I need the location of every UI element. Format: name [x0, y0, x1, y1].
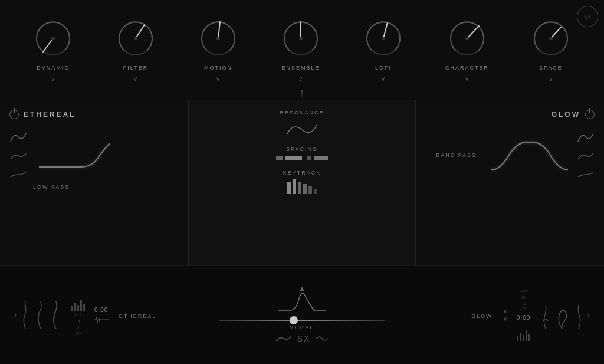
- ethereal-power-button[interactable]: [9, 110, 19, 119]
- glow-filter-btn-3[interactable]: [577, 166, 595, 179]
- glow-filter-display: BAND PASS: [425, 131, 595, 179]
- ethereal-title: ETHEREAL: [24, 110, 76, 119]
- morph-section: MORPH SX: [196, 287, 408, 343]
- knob-dynamic[interactable]: [32, 18, 74, 59]
- ethereal-section-label: ETHEREAL: [119, 310, 157, 320]
- glow-vu-bar-3: [523, 335, 524, 341]
- nav-right-arrow[interactable]: ›: [585, 308, 592, 322]
- knob-lofi-label: LOFI: [375, 65, 392, 71]
- morph-slider[interactable]: [219, 320, 385, 321]
- svg-point-20: [549, 37, 553, 40]
- knob-filter[interactable]: [115, 18, 156, 59]
- synth-logo-text: SX: [297, 334, 311, 343]
- vu-bar-5: [83, 304, 85, 311]
- keytrack-bar-3: [298, 182, 301, 194]
- morph-handle[interactable]: [290, 316, 298, 324]
- arrow-down-icon[interactable]: ∨: [503, 316, 507, 322]
- db-level-4: -12: [75, 331, 81, 337]
- db-level-3: -1: [76, 325, 80, 331]
- spacing-block-2: [285, 156, 302, 160]
- knob-lofi[interactable]: [363, 18, 404, 59]
- glow-filter-controls: [577, 131, 595, 179]
- svg-line-1: [43, 38, 53, 52]
- glow-sample-wave-1[interactable]: [540, 300, 552, 330]
- glow-vu-bar-2: [520, 333, 521, 341]
- glow-sample-wave-3[interactable]: [573, 300, 585, 330]
- spacing-block-1: [276, 156, 283, 160]
- glow-filter-btn-1[interactable]: [577, 131, 595, 144]
- knob-ensemble-arrow[interactable]: ∨: [298, 76, 303, 82]
- filter-btn-3[interactable]: [9, 166, 27, 179]
- svg-point-2: [51, 37, 55, 40]
- knob-space-label: SPACE: [539, 65, 563, 71]
- resonance-label: RESONANCE: [280, 110, 324, 116]
- knob-lofi-arrow[interactable]: ∨: [381, 76, 385, 82]
- svg-point-17: [465, 37, 469, 40]
- svg-point-8: [216, 37, 220, 40]
- knob-group-motion: MOTION ∨: [198, 18, 239, 82]
- ethereal-samples: [19, 300, 62, 330]
- knob-character-arrow[interactable]: ∨: [465, 76, 469, 82]
- svg-line-4: [136, 25, 145, 38]
- filter-btn-1[interactable]: [9, 131, 27, 144]
- ethereal-bottom-controls: +12 +1 -1 -12: [71, 293, 85, 336]
- db-level-2: +1: [76, 319, 80, 325]
- vu-bar-3: [77, 305, 79, 311]
- glow-section-label: GLOW: [471, 310, 493, 320]
- svg-point-14: [382, 37, 385, 40]
- glow-vu-bar-1: [517, 336, 518, 341]
- svg-line-19: [551, 27, 561, 38]
- arrow-up-icon[interactable]: ∧: [503, 308, 507, 314]
- sample-wave-2[interactable]: [35, 300, 47, 330]
- synth-logo-left: [275, 334, 293, 343]
- glow-power-button[interactable]: [585, 110, 595, 119]
- knob-dynamic-arrow[interactable]: ∨: [51, 76, 55, 82]
- logo: ☺: [577, 6, 598, 27]
- morph-curve-svg: [267, 287, 337, 316]
- knob-motion[interactable]: [198, 18, 239, 59]
- glow-filter-btn-2[interactable]: [577, 149, 595, 162]
- knob-dynamic-label: DYNAMIC: [37, 65, 70, 71]
- vu-bar-1: [71, 306, 73, 311]
- resonance-knob[interactable]: [284, 119, 320, 137]
- glow-title: GLOW: [552, 110, 580, 119]
- keytrack-bar-6: [314, 189, 317, 194]
- knob-space[interactable]: [530, 18, 572, 59]
- glow-db-level-3: -1: [521, 301, 525, 307]
- knob-filter-arrow[interactable]: ∨: [133, 76, 137, 82]
- sample-wave-1[interactable]: [19, 300, 31, 330]
- ethereal-db-levels: +12 +1 -1 -12: [74, 313, 81, 336]
- keytrack-label: KEYTRACK: [283, 170, 321, 176]
- glow-vu-bars: [517, 323, 530, 341]
- morph-icons: SX: [275, 334, 330, 343]
- knob-group-space: SPACE ∨: [530, 18, 572, 82]
- spacing-block-3: [307, 156, 311, 160]
- glow-vu-bar-5: [528, 334, 530, 341]
- ethereal-vu-bars: [71, 293, 85, 311]
- knob-space-arrow[interactable]: ∨: [549, 76, 553, 82]
- db-level-1: +12: [74, 313, 81, 319]
- svg-point-5: [134, 37, 137, 40]
- resonance-control: RESONANCE: [198, 110, 406, 137]
- bandpass-curve: [488, 132, 571, 179]
- knob-group-lofi: LOFI ∨: [363, 18, 404, 82]
- spacing-slider[interactable]: [276, 156, 328, 160]
- knob-ensemble-label: ENSEMBLE: [281, 65, 320, 71]
- lowpass-label: LOW PASS: [33, 184, 179, 190]
- sample-wave-3[interactable]: [50, 300, 62, 330]
- ethereal-waveform-icon: [94, 316, 109, 324]
- knob-character[interactable]: [447, 18, 488, 59]
- svg-marker-21: [300, 287, 304, 291]
- knob-motion-arrow[interactable]: ∨: [216, 76, 220, 82]
- synth-logo-right: [315, 334, 329, 343]
- morph-slider-container: [219, 320, 385, 321]
- nav-left-arrow[interactable]: ‹: [12, 308, 19, 322]
- glow-sample-wave-2[interactable]: [555, 300, 569, 330]
- morph-label: MORPH: [289, 324, 315, 330]
- svg-line-7: [218, 22, 220, 38]
- knob-ensemble[interactable]: [280, 18, 321, 59]
- knob-group-filter: FILTER ∨: [115, 18, 156, 82]
- svg-point-11: [299, 37, 303, 40]
- filter-btn-2[interactable]: [9, 149, 27, 162]
- keytrack-display[interactable]: [287, 179, 317, 194]
